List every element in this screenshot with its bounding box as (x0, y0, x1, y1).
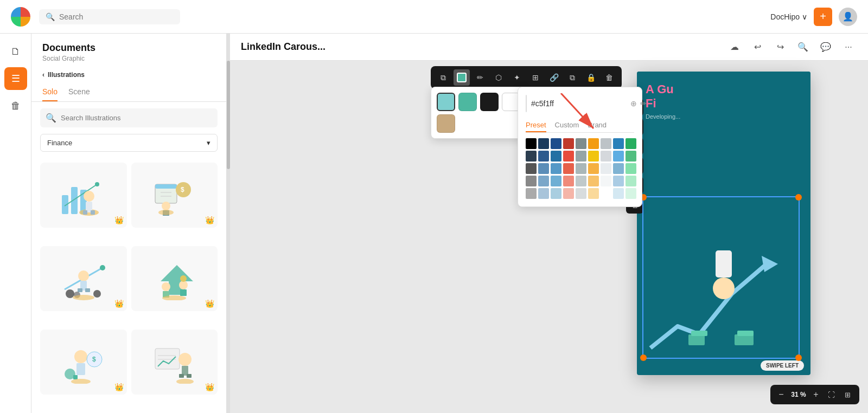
search-input[interactable] (59, 12, 174, 21)
tab-solo[interactable]: Solo (42, 83, 58, 101)
current-color-swatch[interactable] (526, 95, 527, 112)
ft-shape-button[interactable]: ⬡ (490, 69, 507, 86)
ft-color-button[interactable] (454, 69, 470, 86)
color-cell[interactable] (626, 176, 636, 186)
tab-custom[interactable]: Custom (555, 119, 579, 132)
color-cell[interactable] (613, 188, 624, 199)
color-cell[interactable] (626, 163, 636, 174)
illustration-card-1[interactable]: 👑 (40, 163, 127, 228)
ft-copy-button[interactable]: ⧉ (435, 69, 451, 86)
color-cell[interactable] (601, 176, 611, 186)
search-bar[interactable]: 🔍 (39, 9, 180, 24)
tab-brand[interactable]: Brand (588, 119, 607, 132)
swatch-tan[interactable] (437, 114, 455, 133)
color-cell[interactable] (551, 188, 561, 199)
color-cell[interactable] (526, 138, 537, 149)
color-cell[interactable] (563, 151, 574, 162)
illustration-card-6[interactable]: 👑 (131, 330, 218, 395)
color-cell[interactable] (576, 138, 586, 149)
comment-button[interactable]: 💬 (817, 38, 834, 56)
color-cell[interactable] (551, 138, 561, 149)
color-cell[interactable] (576, 163, 586, 174)
color-cell[interactable] (601, 151, 611, 162)
swatch-black[interactable] (480, 93, 499, 111)
more-options-button[interactable]: ··· (840, 38, 857, 56)
color-cell[interactable] (613, 151, 624, 162)
color-cell[interactable] (538, 188, 549, 199)
undo-button[interactable]: ↩ (749, 38, 766, 56)
color-cell[interactable] (588, 163, 599, 174)
color-cell[interactable] (563, 163, 574, 174)
color-cell[interactable] (626, 188, 636, 199)
color-cell[interactable] (538, 176, 549, 186)
tab-scene[interactable]: Scene (68, 83, 90, 101)
ft-lock-button[interactable]: 🔒 (583, 69, 599, 86)
swatch-green[interactable] (458, 93, 477, 111)
color-cell[interactable] (538, 163, 549, 174)
panel-title: Documents (42, 42, 215, 54)
illustration-search-input[interactable] (61, 114, 212, 122)
sidebar-item-trash[interactable]: 🗑 (4, 94, 27, 117)
illustration-card-3[interactable]: 👑 (40, 246, 127, 311)
color-cell[interactable] (538, 138, 549, 149)
color-cell[interactable] (526, 176, 537, 186)
color-cell[interactable] (526, 151, 537, 162)
zoom-grid-button[interactable]: ⊞ (841, 388, 854, 401)
color-cell[interactable] (576, 176, 586, 186)
color-cell[interactable] (588, 138, 599, 149)
illustration-card-4[interactable]: 👑 (131, 246, 218, 311)
color-cell[interactable] (563, 176, 574, 186)
color-cell[interactable] (588, 188, 599, 199)
ft-pattern-button[interactable]: ⊞ (527, 69, 544, 86)
ft-delete-button[interactable]: 🗑 (601, 69, 617, 86)
color-cell[interactable] (613, 163, 624, 174)
sidebar-item-documents[interactable]: 🗋 (4, 40, 27, 63)
user-avatar[interactable]: 👤 (839, 8, 857, 26)
dochipo-dropdown[interactable]: DocHipo ∨ (770, 12, 807, 21)
cloud-save-button[interactable]: ☁ (726, 38, 743, 56)
zoom-out-button[interactable]: − (776, 390, 787, 399)
tab-preset[interactable]: Preset (526, 119, 546, 132)
zoom-fullscreen-button[interactable]: ⛶ (825, 388, 838, 401)
hex-input[interactable]: #c5f1ff (531, 99, 626, 108)
sidebar-item-illustrations[interactable]: ☰ (4, 67, 27, 90)
panel-back-button[interactable]: ‹ Illustrations (31, 67, 226, 83)
canvas-title: LinkedIn Carous... (241, 41, 719, 53)
illustration-card-2[interactable]: $ 👑 (131, 163, 218, 228)
ft-link-button[interactable]: 🔗 (546, 69, 562, 86)
canvas-workspace[interactable]: ⧉ ✏ ⬡ ✦ ⊞ 🔗 (230, 61, 868, 413)
color-cell[interactable] (601, 163, 611, 174)
color-cell[interactable] (626, 138, 636, 149)
color-cell[interactable] (551, 176, 561, 186)
pick-icon[interactable]: ✏ (640, 99, 647, 108)
color-cell[interactable] (601, 188, 611, 199)
color-cell[interactable] (526, 188, 537, 199)
color-cell[interactable] (626, 151, 636, 162)
color-cell[interactable] (551, 163, 561, 174)
color-cell[interactable] (588, 151, 599, 162)
color-cell[interactable] (563, 138, 574, 149)
color-cell[interactable] (613, 176, 624, 186)
eyedropper-icon[interactable]: ⊕ (630, 99, 637, 108)
search-canvas-button[interactable]: 🔍 (794, 38, 812, 56)
redo-button[interactable]: ↪ (771, 38, 789, 56)
color-cell[interactable] (563, 188, 574, 199)
ft-layers-button[interactable]: ⧉ (564, 69, 580, 86)
color-cell[interactable] (601, 138, 611, 149)
color-cell[interactable] (588, 176, 599, 186)
color-cell[interactable] (576, 151, 586, 162)
color-cell[interactable] (576, 188, 586, 199)
swatch-teal[interactable] (437, 93, 455, 111)
illustration-card-5[interactable]: $ 👑 (40, 330, 127, 395)
zoom-in-button[interactable]: + (810, 390, 821, 399)
color-cell[interactable] (526, 163, 537, 174)
category-dropdown[interactable]: Finance ▾ (40, 134, 218, 152)
color-cell[interactable] (551, 151, 561, 162)
illustration-search-bar[interactable]: 🔍 (40, 108, 218, 127)
add-button[interactable]: + (814, 8, 832, 26)
ft-effects-button[interactable]: ✦ (509, 69, 525, 86)
color-cell[interactable] (538, 151, 549, 162)
ft-edit-button[interactable]: ✏ (472, 69, 488, 86)
color-cell[interactable] (613, 138, 624, 149)
logo-icon[interactable] (11, 7, 30, 27)
